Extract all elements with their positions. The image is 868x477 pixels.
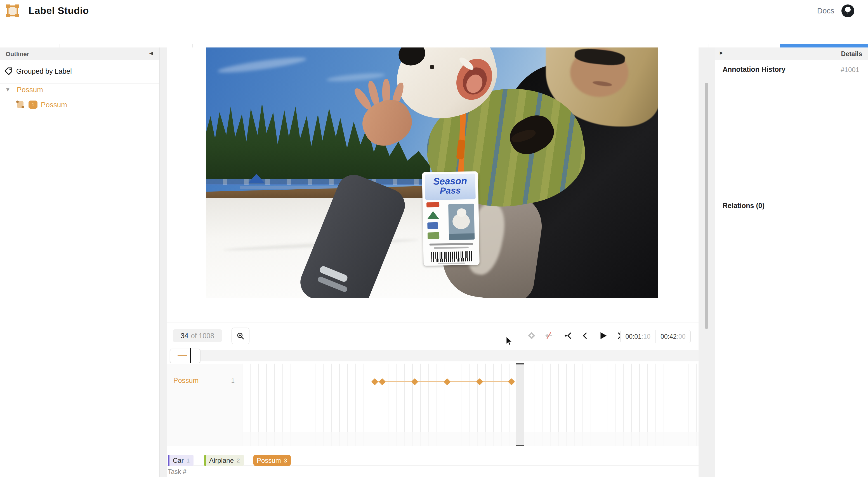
current-time[interactable]: 00:01:10: [621, 330, 655, 343]
keyframe-connector: [375, 381, 512, 382]
label-chip-car[interactable]: Car 1: [168, 455, 193, 466]
label-hotkey: 1: [187, 457, 190, 464]
labels-divider: [167, 465, 699, 466]
tree-expand-icon[interactable]: ▼: [6, 88, 9, 92]
badge-barcode: [431, 251, 472, 262]
badge-photo: [448, 204, 474, 240]
video-frame[interactable]: Season Pass: [206, 47, 658, 298]
scrollbar-thumb[interactable]: [705, 83, 708, 329]
playhead-cap-bottom: [516, 445, 524, 446]
current-time-value: 00:01: [625, 333, 642, 340]
play-button[interactable]: [597, 330, 609, 342]
grouping-row[interactable]: Grouped by Label: [0, 60, 159, 83]
annotation-toolbar: #9pb8Lgs2iv AD Admin #1001 created, 23 m…: [0, 22, 868, 48]
tree-group-row[interactable]: ▼ Possum: [0, 83, 159, 98]
docs-link[interactable]: Docs: [817, 7, 834, 15]
badge-logo-red: [427, 202, 439, 207]
prev-frame-icon[interactable]: [580, 330, 590, 341]
fence-layer: [206, 179, 427, 185]
video-controls-bar: 34 of 1008: [167, 322, 699, 348]
badge-text-line: [434, 247, 469, 249]
playhead-cap-top: [516, 363, 524, 365]
label-color-bar: [204, 455, 206, 466]
badge-line2: Pass: [425, 185, 476, 196]
total-time-frames: :00: [677, 333, 686, 340]
expand-panel-icon[interactable]: ▶: [720, 51, 723, 55]
minimap-playhead[interactable]: [190, 348, 191, 364]
timeline-minimap[interactable]: [170, 350, 699, 362]
label-chip-possum-selected[interactable]: Possum 3: [253, 455, 291, 466]
frame-current: 34: [181, 332, 188, 340]
badge-logo-green: [428, 232, 439, 239]
frame-total: of 1008: [191, 332, 214, 340]
tree-region-label: Possum: [41, 101, 67, 109]
outliner-title: Outliner: [6, 50, 29, 58]
label-name: Airplane: [209, 456, 234, 465]
label-color-bar: [168, 455, 169, 466]
minimap-keyframe-range: [178, 355, 187, 356]
tent-layer: [248, 174, 265, 183]
tree-group-label: Possum: [17, 86, 43, 94]
total-time: 00:42:00: [655, 330, 691, 343]
task-footer-label: Task #: [168, 468, 186, 476]
details-header: ▶ Details: [715, 47, 868, 60]
github-icon[interactable]: [841, 4, 855, 18]
details-panel: ▶ Details Annotation History #1001 Relat…: [715, 47, 868, 477]
badge-text-line: [430, 243, 473, 246]
current-time-frames: :10: [642, 333, 650, 340]
label-chip-airplane[interactable]: Airplane 2: [204, 455, 244, 466]
tag-icon: [4, 67, 13, 76]
mouse-cursor: [505, 336, 515, 347]
badge-logo-mountain: [427, 211, 439, 219]
season-pass-badge: Season Pass: [422, 171, 479, 266]
timeline-grid-fade: [242, 432, 699, 446]
zoom-button[interactable]: [231, 328, 249, 344]
interpolation-toggle-icon[interactable]: [543, 330, 554, 341]
timeline-track-labels: Possum 1: [167, 364, 242, 446]
badge-header: Season Pass: [425, 173, 476, 200]
badge-text-line: [438, 263, 465, 264]
minimap-viewport[interactable]: [170, 349, 200, 363]
frame-counter[interactable]: 34 of 1008: [173, 329, 222, 342]
prev-keyframe-icon[interactable]: [563, 330, 573, 341]
track-label[interactable]: Possum: [174, 376, 198, 384]
region-index-badge: 1: [29, 101, 37, 109]
possum-eye: [430, 65, 434, 69]
tree-region-row[interactable]: 1 Possum: [0, 98, 159, 113]
time-display: 00:01:10 00:42:00: [620, 330, 691, 343]
relations-title: Relations (0): [722, 202, 765, 210]
annotation-history-title: Annotation History: [722, 65, 785, 73]
app-title: Label Studio: [29, 5, 89, 16]
label-hotkey: 2: [237, 457, 240, 464]
badge-logo-blue: [427, 222, 438, 229]
outliner-panel: Outliner ◀ Grouped by Label ▼ Possum 1 P…: [0, 47, 160, 477]
details-title: Details: [841, 50, 862, 58]
grouping-label: Grouped by Label: [16, 67, 72, 75]
label-hotkey: 3: [284, 457, 287, 464]
editor-card: Season Pass 34: [167, 47, 699, 477]
label-studio-logo-icon[interactable]: [6, 4, 19, 17]
collapse-panel-icon[interactable]: ◀: [149, 51, 153, 56]
label-name: Car: [173, 456, 184, 465]
label-studio-app: Label Studio Docs #9pb8Lgs2iv AD Admin #…: [0, 0, 868, 477]
total-time-value: 00:42: [660, 333, 677, 340]
annotation-history-id: #1001: [841, 66, 859, 74]
track-count: 1: [231, 377, 235, 384]
outliner-header: Outliner ◀: [0, 47, 159, 60]
label-name: Possum: [257, 456, 281, 465]
timeline-playhead[interactable]: [516, 363, 524, 446]
app-header: Label Studio Docs: [0, 0, 868, 22]
keyframe-add-icon[interactable]: [526, 330, 537, 341]
timeline[interactable]: Possum 1: [167, 363, 699, 446]
region-bbox-icon: [16, 101, 24, 108]
